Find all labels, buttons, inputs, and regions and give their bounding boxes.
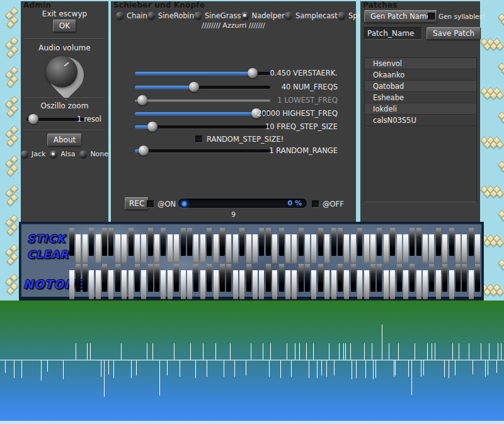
piano-key-white[interactable]: [96, 270, 101, 299]
at-on-checkbox[interactable]: [147, 200, 154, 208]
piano-key-black[interactable]: [207, 228, 212, 256]
piano-key-black[interactable]: [397, 264, 402, 292]
piano-key-white[interactable]: [246, 234, 251, 263]
slider-knob[interactable]: [147, 122, 158, 132]
piano-key-white[interactable]: [475, 234, 480, 263]
piano-key-black[interactable]: [115, 264, 120, 292]
piano-key-white[interactable]: [233, 234, 238, 263]
piano-key-white[interactable]: [449, 270, 454, 299]
piano-key-white[interactable]: [83, 234, 88, 263]
piano-key-black[interactable]: [279, 228, 284, 256]
mode-radio-sinegrass[interactable]: [194, 12, 202, 20]
piano-key-white[interactable]: [200, 234, 205, 263]
piano-key-white[interactable]: [187, 270, 192, 299]
piano-key-black[interactable]: [187, 228, 192, 256]
piano-key-black[interactable]: [299, 264, 304, 292]
piano-key-white[interactable]: [305, 234, 310, 263]
piano-key-black[interactable]: [174, 264, 179, 292]
piano-key-white[interactable]: [442, 234, 447, 263]
piano-key-black[interactable]: [193, 264, 198, 292]
piano-key-white[interactable]: [200, 270, 205, 299]
piano-key-white[interactable]: [253, 234, 258, 263]
piano-key-white[interactable]: [311, 270, 316, 299]
piano-key-white[interactable]: [259, 270, 264, 299]
piano-key-black[interactable]: [239, 228, 244, 256]
piano-key-black[interactable]: [299, 228, 304, 256]
slider-track[interactable]: [135, 149, 270, 152]
piano-key-black[interactable]: [129, 228, 134, 256]
patch-list-item[interactable]: Hsenvol: [365, 58, 476, 69]
rec-button[interactable]: REC: [125, 197, 149, 210]
piano-key-black[interactable]: [475, 264, 480, 292]
stick-button[interactable]: STICK: [27, 232, 66, 245]
patch-list-item[interactable]: calsN03S5U: [365, 115, 476, 126]
piano-key-white[interactable]: [384, 270, 389, 299]
piano-key-white[interactable]: [384, 234, 389, 263]
piano-key-black[interactable]: [207, 264, 212, 292]
mode-radio-spratz[interactable]: [338, 12, 345, 20]
piano-key-white[interactable]: [193, 234, 198, 263]
patch-list-item[interactable]: Qatobad: [365, 81, 476, 92]
piano-key-white[interactable]: [285, 234, 290, 263]
piano-key-white[interactable]: [141, 234, 146, 263]
mode-radio-chain[interactable]: [116, 12, 123, 20]
piano-key-black[interactable]: [161, 228, 166, 256]
piano-key-black[interactable]: [416, 228, 421, 256]
piano-key-black[interactable]: [462, 264, 467, 292]
piano-key-black[interactable]: [469, 228, 474, 256]
piano-key-black[interactable]: [351, 264, 356, 292]
piano-key-white[interactable]: [397, 234, 402, 263]
piano-key-black[interactable]: [246, 264, 251, 292]
slider-knob[interactable]: [189, 82, 199, 92]
piano-key-white[interactable]: [108, 270, 113, 299]
piano-key-black[interactable]: [220, 264, 225, 292]
piano-key-white[interactable]: [285, 270, 290, 299]
piano-key-black[interactable]: [154, 264, 159, 292]
piano-key-white[interactable]: [416, 270, 421, 299]
slider-knob[interactable]: [248, 68, 258, 78]
piano-key-white[interactable]: [344, 270, 349, 299]
piano-key-black[interactable]: [410, 264, 415, 292]
mode-radio-samplecast[interactable]: [285, 12, 292, 20]
slider-knob[interactable]: [28, 114, 38, 124]
piano-key-black[interactable]: [226, 264, 231, 292]
piano-key-white[interactable]: [161, 270, 166, 299]
slider-track[interactable]: [135, 72, 270, 75]
piano-key-white[interactable]: [423, 234, 428, 263]
piano-key-white[interactable]: [403, 270, 408, 299]
piano-key-black[interactable]: [338, 264, 343, 292]
driver-radio-none[interactable]: [79, 151, 87, 158]
piano-key-white[interactable]: [154, 234, 159, 263]
piano-key-black[interactable]: [266, 264, 271, 292]
piano-key-black[interactable]: [318, 264, 323, 292]
slider-track[interactable]: [26, 118, 84, 121]
mode-radio-sinerobin[interactable]: [147, 12, 155, 20]
mode-radio-nadelper[interactable]: [241, 12, 249, 20]
piano-key-white[interactable]: [423, 270, 428, 299]
piano-key-black[interactable]: [148, 264, 153, 292]
piano-key-white[interactable]: [96, 234, 101, 263]
piano-key-white[interactable]: [364, 234, 369, 263]
piano-key-white[interactable]: [370, 234, 375, 263]
gen-syllables-checkbox[interactable]: [428, 13, 435, 20]
piano-key-white[interactable]: [69, 270, 74, 299]
piano-key-black[interactable]: [390, 228, 395, 256]
slider-knob[interactable]: [137, 95, 147, 105]
piano-key-white[interactable]: [76, 234, 81, 263]
piano-key-black[interactable]: [449, 228, 454, 256]
patch-list-item[interactable]: Iokdeli: [365, 103, 476, 115]
piano-key-white[interactable]: [351, 234, 356, 263]
piano-key-white[interactable]: [122, 270, 127, 299]
piano-key-white[interactable]: [89, 270, 94, 299]
piano-key-black[interactable]: [377, 264, 382, 292]
piano-key-black[interactable]: [220, 228, 225, 256]
piano-key-white[interactable]: [239, 270, 244, 299]
knob-ball[interactable]: [46, 56, 77, 88]
gen-patch-name-button[interactable]: Gen Patch Name: [364, 10, 437, 23]
piano-key-white[interactable]: [455, 234, 461, 263]
piano-key-white[interactable]: [462, 234, 467, 263]
piano-key-white[interactable]: [174, 234, 179, 263]
piano-key-white[interactable]: [469, 270, 474, 299]
oszillo-zoom-slider[interactable]: 1 resol: [21, 113, 108, 125]
piano-key-white[interactable]: [226, 234, 231, 263]
